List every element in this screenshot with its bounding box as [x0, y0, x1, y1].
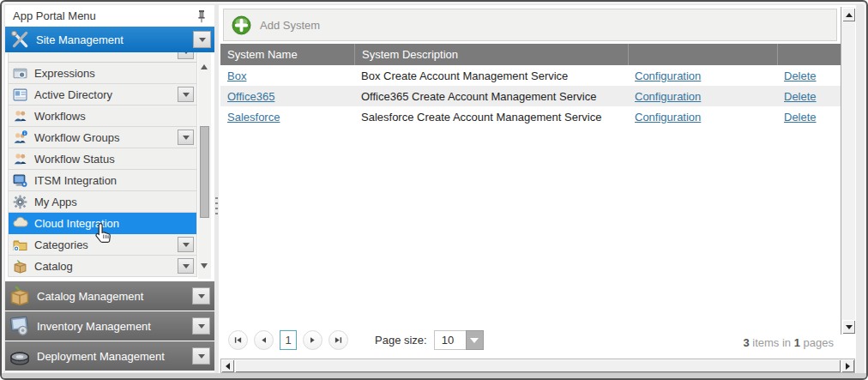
page-size-dropdown[interactable]: 10: [434, 330, 484, 350]
table-body: Box Box Create Account Management Servic…: [220, 65, 841, 127]
scroll-up-button[interactable]: [842, 8, 855, 21]
pager: 1 Page size: 10: [228, 330, 484, 350]
dropdown-button[interactable]: [193, 31, 211, 48]
items-text: items in: [750, 336, 794, 349]
site-management-tools-icon: [9, 29, 30, 50]
dropdown-button[interactable]: [178, 52, 194, 59]
sidebar-scrollbar[interactable]: [198, 52, 211, 279]
sidebar-item-categories[interactable]: Categories: [9, 234, 196, 256]
scroll-up-icon: [846, 13, 853, 17]
splitter-grip-icon: [215, 197, 218, 216]
chevron-down-icon: [183, 52, 190, 54]
app-window: App Portal Menu Site Management: [0, 0, 868, 380]
current-page-button[interactable]: 1: [280, 330, 297, 350]
column-header-configuration: [628, 44, 777, 65]
chevron-down-icon: [183, 243, 190, 247]
scroll-right-button[interactable]: [841, 359, 854, 372]
chevron-down-icon: [198, 354, 205, 359]
next-page-button[interactable]: [303, 330, 322, 350]
dropdown-button[interactable]: [178, 237, 194, 252]
delete-link[interactable]: Delete: [784, 90, 817, 103]
workflow-status-icon: [13, 152, 28, 166]
add-system-button[interactable]: Add System: [231, 15, 320, 36]
sidebar-item-catalog[interactable]: Catalog: [9, 256, 196, 277]
sidebar-item-active-directory[interactable]: Active Directory: [9, 84, 196, 106]
add-system-label: Add System: [260, 19, 320, 32]
sidebar-item-clipped[interactable]: [9, 52, 196, 63]
dropdown-button[interactable]: [178, 130, 194, 145]
sidebar-item-cloud-integration[interactable]: Cloud Integration: [9, 213, 196, 234]
dropdown-button[interactable]: [192, 287, 210, 305]
chevron-down-icon: [198, 294, 205, 299]
sidebar-item-label: Workflow Groups: [34, 131, 119, 144]
scrollbar-thumb[interactable]: [235, 359, 841, 372]
configuration-link[interactable]: Configuration: [635, 111, 701, 124]
system-name-link[interactable]: Office365: [227, 90, 274, 103]
delete-link[interactable]: Delete: [784, 69, 817, 82]
configuration-link[interactable]: Configuration: [635, 90, 701, 103]
catalog-management-icon: [9, 285, 32, 307]
dropdown-button[interactable]: [178, 258, 194, 274]
sidebar-item-my-apps[interactable]: My Apps: [9, 191, 196, 213]
my-apps-gear-icon: [13, 195, 28, 209]
system-description-cell: Box Create Account Management Service: [354, 69, 628, 82]
dropdown-button[interactable]: [192, 317, 210, 335]
sidebar-item-label: Catalog: [34, 260, 73, 273]
last-page-button[interactable]: [329, 330, 348, 350]
system-name-link[interactable]: Box: [227, 69, 246, 82]
table-row: Office365 Office365 Create Account Manag…: [220, 86, 841, 106]
sidebar-bottom-groups: Catalog Management Inventory Management …: [5, 281, 214, 371]
sidebar-group-site-management[interactable]: Site Management: [5, 27, 214, 52]
sidebar-group-label: Inventory Management: [37, 320, 151, 333]
delete-link[interactable]: Delete: [784, 111, 817, 124]
sidebar-item-label: Expressions: [34, 67, 95, 80]
scroll-left-button[interactable]: [221, 359, 234, 372]
scroll-up-icon[interactable]: [201, 64, 208, 69]
system-name-link[interactable]: Salesforce: [227, 111, 280, 124]
chevron-down-icon: [470, 338, 479, 343]
chevron-down-icon: [198, 324, 205, 329]
sidebar-item-label: Cloud Integration: [34, 217, 119, 230]
sidebar-item-label: Active Directory: [34, 88, 112, 101]
table-row: Box Box Create Account Management Servic…: [220, 65, 841, 86]
previous-page-button[interactable]: [254, 330, 274, 350]
chevron-down-icon: [183, 93, 190, 97]
vertical-scrollbar[interactable]: [841, 7, 855, 335]
page-size-dropdown-button[interactable]: [466, 330, 484, 350]
scroll-left-icon: [226, 363, 230, 370]
sidebar-item-label: Categories: [34, 238, 88, 251]
column-header-system-description[interactable]: System Description: [354, 44, 628, 65]
sidebar-group-catalog-management[interactable]: Catalog Management: [5, 281, 214, 311]
sidebar-group-deployment-management[interactable]: Deployment Management: [5, 341, 214, 371]
dropdown-button[interactable]: [178, 87, 194, 102]
sidebar-item-expressions[interactable]: Expressions: [9, 63, 196, 84]
sidebar-item-workflow-groups[interactable]: Workflow Groups: [9, 127, 196, 148]
scroll-down-button[interactable]: [842, 320, 855, 334]
first-page-button[interactable]: [228, 330, 248, 350]
sidebar-title: App Portal Menu: [13, 9, 96, 22]
chevron-down-icon: [183, 264, 190, 268]
column-header-system-name[interactable]: System Name: [220, 44, 354, 65]
categories-folder-icon: [13, 238, 28, 252]
sidebar-item-itsm-integration[interactable]: ITSM Integration: [9, 170, 196, 191]
pages-text: pages: [800, 336, 834, 349]
scrollbar-thumb[interactable]: [200, 126, 209, 218]
expressions-icon: [13, 66, 28, 81]
items-count: 3: [743, 336, 749, 349]
configuration-link[interactable]: Configuration: [635, 69, 701, 82]
sidebar-item-label: Workflows: [34, 110, 86, 123]
sidebar-item-label: ITSM Integration: [34, 174, 117, 187]
dropdown-button[interactable]: [192, 347, 210, 365]
sidebar: App Portal Menu Site Management: [5, 5, 214, 372]
active-directory-icon: [13, 87, 28, 102]
sidebar-group-label: Site Management: [36, 33, 124, 46]
scroll-down-icon[interactable]: [201, 263, 208, 268]
horizontal-scrollbar[interactable]: [220, 359, 855, 373]
pin-icon[interactable]: [196, 9, 207, 23]
sidebar-item-workflow-status[interactable]: Workflow Status: [9, 148, 196, 170]
sidebar-item-workflows[interactable]: Workflows: [9, 106, 196, 127]
pages-count: 1: [794, 336, 800, 349]
sidebar-group-inventory-management[interactable]: Inventory Management: [5, 311, 214, 341]
page-size-value: 10: [434, 330, 466, 350]
sidebar-group-label: Deployment Management: [37, 350, 165, 363]
